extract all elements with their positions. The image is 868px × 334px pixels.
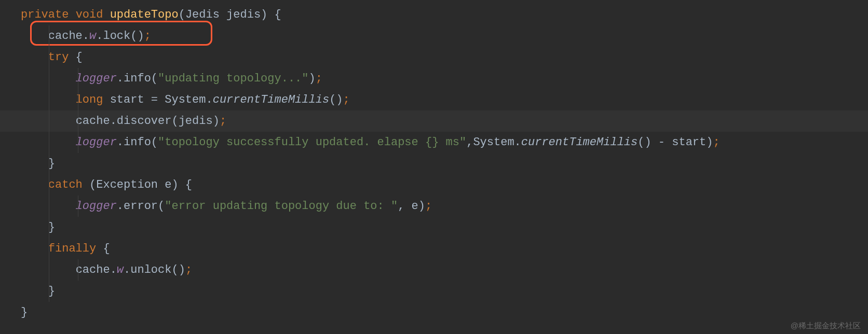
code-line: } (0, 302, 868, 323)
watermark: @稀土掘金技术社区 (791, 321, 861, 331)
code-line: } (0, 281, 868, 302)
code-line: cache.w.lock(); (0, 25, 868, 47)
code-line: } (0, 153, 868, 174)
field: w (117, 263, 124, 276)
method-name: updateTopo (110, 8, 179, 21)
type: Jedis (185, 8, 220, 21)
param: jedis (226, 8, 261, 21)
code-line: catch (Exception e) { (0, 174, 868, 196)
field: logger (76, 136, 117, 149)
code-line: try { (0, 47, 868, 68)
code-line: private void updateTopo(Jedis jedis) { (0, 4, 868, 25)
keyword: try (48, 51, 69, 64)
keyword: catch (48, 178, 83, 191)
field: w (89, 30, 96, 43)
code-line-highlighted: cache.discover(jedis); (0, 110, 868, 132)
code-line: cache.w.unlock(); (0, 259, 868, 281)
code-line: logger.info("updating topology..."); (0, 68, 868, 89)
field: logger (76, 200, 117, 213)
code-line: logger.error("error updating topology du… (0, 196, 868, 217)
code-line: logger.info("topology successfully updat… (0, 132, 868, 153)
code-block: private void updateTopo(Jedis jedis) { c… (0, 0, 868, 323)
keyword: finally (48, 242, 96, 255)
keyword: private (21, 8, 69, 21)
type: Exception (96, 178, 158, 191)
code-line: finally { (0, 238, 868, 259)
keyword: void (76, 8, 103, 21)
code-line: } (0, 217, 868, 238)
keyword: long (76, 93, 103, 106)
string: "error updating topology due to: " (165, 200, 398, 213)
static-method: currentTimeMillis (521, 136, 638, 149)
string: "topology successfully updated. elapse {… (158, 136, 466, 149)
string: "updating topology..." (158, 72, 308, 85)
code-line: long start = System.currentTimeMillis(); (0, 89, 868, 110)
field: logger (76, 72, 117, 85)
static-method: currentTimeMillis (213, 93, 329, 106)
